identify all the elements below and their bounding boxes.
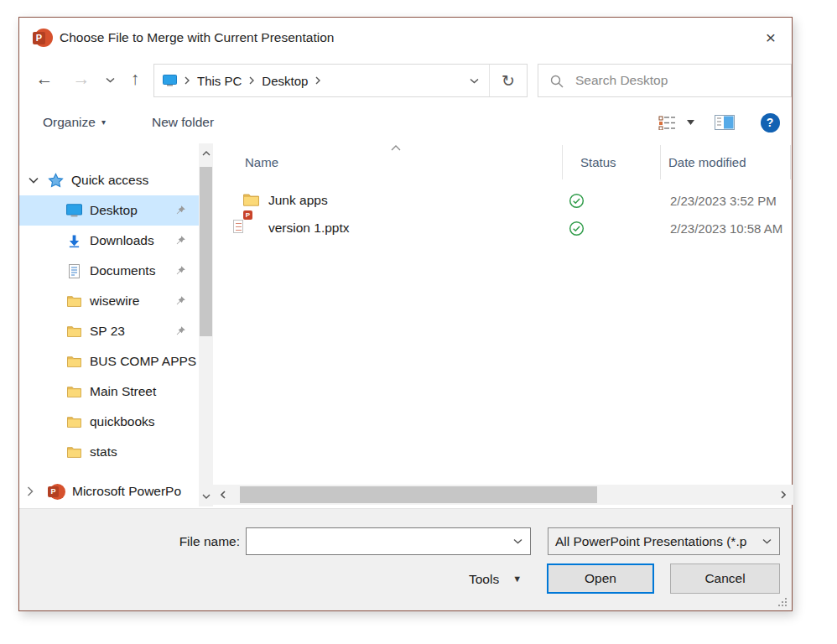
new-folder-button[interactable]: New folder <box>152 101 214 143</box>
column-headers: Name Status Date modified <box>213 143 793 181</box>
file-list-horizontal-scrollbar[interactable] <box>213 485 793 505</box>
sidebar-item-label: SP 23 <box>90 324 125 339</box>
sidebar-item-sp-23[interactable]: SP 23 <box>19 316 199 346</box>
powerpoint-icon-letter: P <box>33 32 45 44</box>
scrollbar-thumb[interactable] <box>200 167 212 336</box>
sidebar-item-label: Quick access <box>71 173 148 188</box>
search-icon <box>550 75 564 88</box>
open-button[interactable]: Open <box>547 564 654 594</box>
powerpoint-app-icon: P <box>33 28 53 48</box>
breadcrumb-this-pc[interactable]: This PC <box>197 74 242 88</box>
chevron-down-icon[interactable] <box>19 177 48 184</box>
sidebar-item-label: quickbooks <box>90 414 155 429</box>
view-controls: ? <box>654 101 792 143</box>
file-row-version-1-pptx[interactable]: P version 1.pptx 2/23/2023 10:58 AM <box>213 216 793 242</box>
breadcrumb: This PC Desktop <box>154 65 460 96</box>
preview-pane-icon[interactable] <box>701 115 748 130</box>
status-synced-icon <box>569 193 585 209</box>
file-name-combobox <box>246 527 531 555</box>
scroll-left-icon[interactable] <box>215 485 231 505</box>
folder-icon <box>65 295 83 307</box>
close-button[interactable]: × <box>756 26 785 51</box>
pin-icon <box>175 205 186 216</box>
pin-icon <box>175 235 186 246</box>
sort-ascending-icon <box>391 145 401 151</box>
pin-icon <box>175 325 186 336</box>
sidebar-item-stats[interactable]: stats <box>19 437 199 467</box>
breadcrumb-desktop[interactable]: Desktop <box>262 74 308 88</box>
resize-grip[interactable] <box>777 596 788 608</box>
column-divider[interactable] <box>660 145 661 179</box>
address-dropdown-chevron-icon[interactable] <box>460 65 490 96</box>
back-button[interactable]: ← <box>33 58 56 101</box>
sidebar-item-main-street[interactable]: Main Street <box>19 377 199 407</box>
pin-icon <box>175 295 186 306</box>
recent-locations-chevron-icon[interactable] <box>101 58 119 101</box>
folder-icon <box>65 325 83 337</box>
file-name-label: File name: <box>120 534 240 549</box>
sidebar-item-wisewire[interactable]: wisewire <box>19 286 199 316</box>
file-name: Junk apps <box>268 193 328 208</box>
scroll-up-icon[interactable] <box>199 145 213 162</box>
folder-icon <box>65 386 83 397</box>
sidebar-item-quickbooks[interactable]: quickbooks <box>19 407 199 437</box>
file-name-input[interactable] <box>250 529 502 553</box>
cancel-button[interactable]: Cancel <box>670 564 780 594</box>
organize-menu-button[interactable]: Organize▾ <box>43 101 106 143</box>
scroll-down-icon[interactable] <box>199 488 213 505</box>
column-header-date-modified[interactable]: Date modified <box>668 155 746 169</box>
sidebar-item-microsoft-powerpoint[interactable]: P Microsoft PowerPo <box>19 477 199 506</box>
sidebar-item-label: Main Street <box>90 384 156 399</box>
column-divider[interactable] <box>562 145 563 179</box>
scroll-right-icon[interactable] <box>775 485 792 505</box>
sidebar-item-bus-comp-apps[interactable]: BUS COMP APPS <box>19 346 199 377</box>
file-row-junk-apps[interactable]: Junk apps 2/23/2023 3:52 PM <box>213 188 793 215</box>
forward-button[interactable]: → <box>70 58 93 101</box>
sidebar-item-label: Downloads <box>90 233 154 248</box>
breadcrumb-separator-icon[interactable] <box>308 76 328 85</box>
search-box <box>538 64 792 97</box>
column-header-name[interactable]: Name <box>245 155 278 169</box>
pin-icon <box>175 265 186 276</box>
file-type-value: All PowerPoint Presentations (*.p <box>555 534 746 548</box>
refresh-button[interactable]: ↻ <box>490 65 527 96</box>
file-date-modified: 2/23/2023 10:58 AM <box>670 221 782 236</box>
sidebar-item-label: Desktop <box>90 203 138 218</box>
address-bar: This PC Desktop ↻ <box>153 64 528 97</box>
folder-icon <box>65 446 83 458</box>
folder-icon <box>65 416 83 428</box>
column-divider[interactable] <box>790 145 791 179</box>
sidebar-item-documents[interactable]: Documents <box>19 256 199 286</box>
command-bar: Organize▾ New folder <box>19 101 792 143</box>
tools-menu-button[interactable]: Tools▼ <box>469 564 522 594</box>
chevron-right-icon[interactable] <box>19 486 41 496</box>
desktop-location-icon <box>163 75 177 86</box>
file-dialog-window: P Choose File to Merge with Current Pres… <box>18 17 793 611</box>
content-area: Quick access Desktop Downloads <box>19 143 792 508</box>
help-button[interactable]: ? <box>748 113 792 132</box>
sidebar-item-label: wisewire <box>90 293 139 309</box>
monitor-icon <box>65 204 83 217</box>
up-button[interactable]: ↑ <box>123 58 147 101</box>
scrollbar-thumb[interactable] <box>240 486 597 503</box>
quick-access-star-icon <box>48 173 64 189</box>
views-dropdown-chevron-icon[interactable] <box>679 120 701 125</box>
chevron-down-icon[interactable] <box>513 538 522 544</box>
sidebar-item-downloads[interactable]: Downloads <box>19 226 199 256</box>
sidebar-item-label: Documents <box>90 263 155 278</box>
sidebar-item-label: Microsoft PowerPo <box>72 484 183 499</box>
sidebar-item-label: BUS COMP APPS <box>90 354 196 369</box>
sidebar-vertical-scrollbar[interactable] <box>199 143 213 506</box>
details-view-icon[interactable] <box>654 116 679 130</box>
dialog-title: Choose File to Merge with Current Presen… <box>60 18 334 58</box>
sidebar-item-desktop[interactable]: Desktop <box>19 195 199 226</box>
search-input[interactable] <box>575 65 785 96</box>
breadcrumb-separator-icon[interactable] <box>242 76 262 85</box>
folder-icon <box>243 193 259 206</box>
sidebar-item-quick-access[interactable]: Quick access <box>19 167 199 194</box>
file-name: version 1.pptx <box>268 221 350 236</box>
column-header-status[interactable]: Status <box>580 155 616 169</box>
footer-panel: File name: All PowerPoint Presentations … <box>19 508 792 610</box>
file-type-dropdown[interactable]: All PowerPoint Presentations (*.p <box>548 527 780 555</box>
breadcrumb-separator-icon[interactable] <box>177 76 197 85</box>
